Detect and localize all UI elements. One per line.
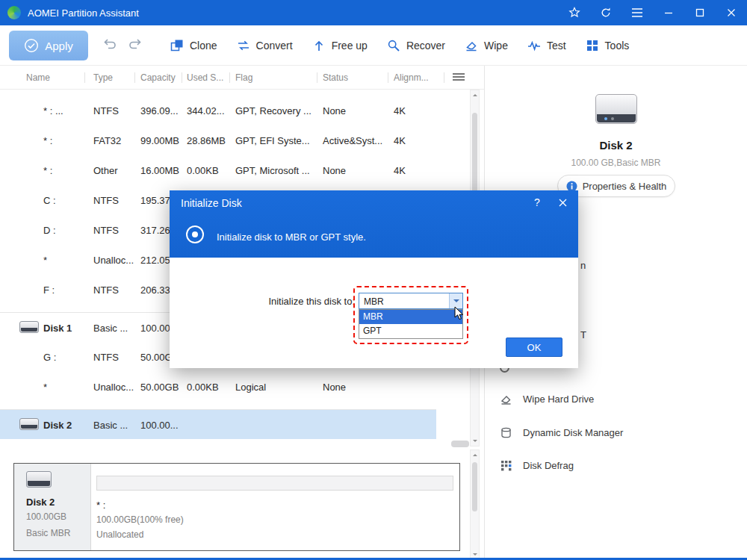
dialog-subtitle: Initialize disk to MBR or GPT style. bbox=[217, 231, 366, 243]
app-logo-icon bbox=[7, 6, 21, 19]
toolbar-menu: Clone Convert Free up Recover Wipe Test bbox=[170, 25, 629, 66]
scroll-down-arrow[interactable] bbox=[473, 440, 477, 442]
toolbar-item-recover[interactable]: Recover bbox=[387, 39, 445, 52]
column-header-used[interactable]: Used S... bbox=[187, 72, 223, 83]
partition-bar-unallocated[interactable] bbox=[96, 476, 453, 491]
toolbar-item-tools[interactable]: Tools bbox=[586, 39, 630, 52]
initialize-field-label: Initialize this disk to: bbox=[170, 296, 355, 307]
main-menu-icon[interactable] bbox=[622, 0, 653, 25]
column-header-type[interactable]: Type bbox=[93, 72, 113, 83]
cell-name: Disk 2 bbox=[43, 420, 72, 431]
cell-flag: GPT, Microsoft ... bbox=[235, 165, 310, 176]
cell-name: * : bbox=[43, 135, 52, 146]
cell-status: None bbox=[323, 105, 346, 116]
dropdown-option-gpt[interactable]: GPT bbox=[359, 324, 462, 338]
properties-health-label: Properties & Health bbox=[583, 181, 667, 192]
partition-style-combobox[interactable]: MBR bbox=[359, 293, 463, 309]
cell-capacity: 16.00MB bbox=[140, 165, 179, 176]
disk-map-panel: Disk 2 100.00GB Basic MBR * : 100.00GB(1… bbox=[13, 463, 460, 551]
toolbar-item-clone[interactable]: Clone bbox=[170, 39, 217, 52]
combobox-dropdown-list: MBR GPT bbox=[359, 309, 463, 339]
disk-led-dot bbox=[611, 117, 614, 120]
test-icon bbox=[527, 39, 541, 52]
column-header-capacity[interactable]: Capacity bbox=[140, 72, 176, 83]
column-header-alignment[interactable]: Alignm... bbox=[394, 72, 429, 83]
app-window: AOMEI Partition Assistant Apply bbox=[0, 0, 747, 560]
titlebar: AOMEI Partition Assistant bbox=[0, 0, 747, 25]
dynamic-disk-icon bbox=[500, 426, 512, 439]
cell-alignment: 4K bbox=[394, 105, 406, 116]
toolbar-item-wipe[interactable]: Wipe bbox=[465, 39, 508, 52]
cell-type: Basic ... bbox=[93, 323, 128, 334]
column-header-flag[interactable]: Flag bbox=[235, 72, 252, 83]
defrag-icon bbox=[500, 459, 512, 472]
action-wipe-hard-drive[interactable]: Wipe Hard Drive bbox=[500, 393, 594, 405]
partition-info: 100.00GB(100% free) bbox=[96, 514, 184, 525]
dialog-title: Initialize Disk bbox=[181, 197, 242, 209]
close-button[interactable] bbox=[716, 0, 747, 25]
header-separator bbox=[317, 72, 317, 83]
disk-type: Basic MBR bbox=[26, 528, 70, 538]
table-row[interactable]: * : FAT32 99.00MB 28.86MB GPT, EFI Syste… bbox=[0, 125, 469, 155]
maximize-button[interactable] bbox=[684, 0, 716, 25]
table-row[interactable]: * : ... NTFS 396.09... 344.02... GPT, Re… bbox=[0, 96, 469, 125]
minimize-button[interactable] bbox=[653, 0, 684, 25]
table-row[interactable]: * : Other 16.00MB 0.00KB GPT, Microsoft … bbox=[0, 155, 469, 185]
disk-drive-icon bbox=[19, 321, 39, 333]
column-header-name[interactable]: Name bbox=[26, 72, 50, 83]
cell-used: 344.02... bbox=[187, 105, 225, 116]
toolbar-item-label: Free up bbox=[332, 40, 368, 52]
cell-type: FAT32 bbox=[93, 135, 121, 146]
toolbar-item-convert[interactable]: Convert bbox=[237, 39, 293, 52]
cell-flag: GPT, Recovery ... bbox=[235, 105, 311, 116]
toolbar: Apply Clone Convert Free up Recover bbox=[0, 25, 747, 66]
disk-drive-icon bbox=[19, 418, 39, 430]
cell-flag: Logical bbox=[235, 382, 266, 393]
dialog-close-icon[interactable] bbox=[556, 196, 569, 209]
cell-capacity: 50.00GB bbox=[140, 382, 179, 393]
redo-icon[interactable] bbox=[127, 37, 143, 55]
cell-type: NTFS bbox=[93, 284, 119, 296]
disk-map-disk-header[interactable]: Disk 2 100.00GB Basic MBR bbox=[14, 464, 91, 550]
initialize-disk-dialog: Initialize Disk ? Initialize disk to MBR… bbox=[170, 190, 578, 368]
column-options-icon[interactable] bbox=[453, 73, 465, 82]
initialize-disk-icon bbox=[186, 225, 204, 243]
horizontal-scrollbar-thumb[interactable] bbox=[451, 441, 469, 447]
action-disk-defrag[interactable]: Disk Defrag bbox=[500, 459, 574, 472]
bottom-vertical-scrollbar[interactable] bbox=[470, 449, 480, 560]
apply-label: Apply bbox=[45, 40, 73, 52]
selected-disk-info: 100.00 GB,Basic MBR bbox=[485, 158, 747, 168]
cell-type: NTFS bbox=[93, 225, 119, 236]
action-dynamic-disk-manager[interactable]: Dynamic Disk Manager bbox=[500, 426, 623, 439]
cell-type: NTFS bbox=[93, 105, 119, 116]
header-separator bbox=[134, 72, 135, 83]
scroll-up-arrow[interactable] bbox=[473, 94, 477, 96]
table-row-disk2-selected[interactable]: Disk 2 Basic ... 100.00... bbox=[0, 409, 436, 439]
cell-type: Unalloc... bbox=[93, 382, 134, 393]
column-header-status[interactable]: Status bbox=[323, 72, 348, 83]
dialog-help-button[interactable]: ? bbox=[530, 196, 544, 210]
ok-button[interactable]: OK bbox=[506, 337, 562, 357]
apply-button[interactable]: Apply bbox=[9, 31, 88, 60]
scrollbar-thumb[interactable] bbox=[472, 462, 477, 511]
dropdown-option-mbr[interactable]: MBR bbox=[359, 310, 462, 324]
cell-type: Other bbox=[93, 165, 118, 176]
toolbar-item-free-up[interactable]: Free up bbox=[312, 39, 368, 52]
convert-icon bbox=[237, 39, 250, 52]
undo-icon[interactable] bbox=[102, 37, 118, 55]
scroll-down-arrow[interactable] bbox=[473, 553, 477, 556]
update-refresh-icon[interactable] bbox=[590, 0, 622, 25]
cell-flag: GPT, EFI Syste... bbox=[235, 135, 310, 146]
scroll-up-arrow[interactable] bbox=[473, 454, 477, 456]
cell-name: G : bbox=[43, 352, 56, 363]
toolbar-item-test[interactable]: Test bbox=[527, 39, 566, 52]
table-row[interactable]: * Unalloc... 50.00GB 0.00KB Logical None bbox=[0, 372, 469, 402]
cell-type: NTFS bbox=[93, 195, 119, 206]
recover-icon bbox=[387, 39, 400, 52]
favorite-star-icon[interactable] bbox=[559, 0, 590, 25]
selected-disk-name: Disk 2 bbox=[485, 139, 747, 152]
mouse-cursor bbox=[454, 306, 465, 323]
toolbar-item-label: Wipe bbox=[484, 40, 508, 52]
table-header: Name Type Capacity Used S... Flag Status… bbox=[0, 66, 484, 90]
cell-capacity: 396.09... bbox=[140, 105, 179, 116]
